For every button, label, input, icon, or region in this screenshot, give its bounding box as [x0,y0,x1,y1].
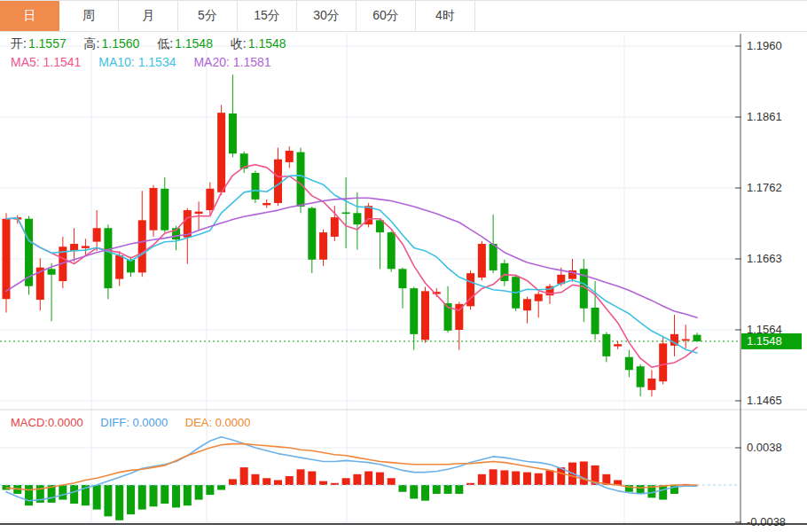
tab-30min[interactable]: 30分 [297,1,356,31]
macd-bar [500,470,508,485]
tab-month[interactable]: 月 [119,1,178,31]
price-tick-label: 1.1960 [747,39,782,52]
tab-60min[interactable]: 60分 [356,1,416,31]
macd-bar [195,485,203,500]
macd-tick-label: 0.0038 [747,441,782,454]
candle-body [421,291,429,340]
macd-bar [512,472,520,485]
candle-body [614,344,622,346]
macd-bar [308,472,316,485]
macd-histogram-layer [3,461,690,520]
macd-bar [364,472,372,485]
interval-tabbar: 日 周 月 5分 15分 30分 60分 4时 [0,0,807,32]
macd-bar [444,485,452,494]
candle-body [286,151,294,162]
candle-body [682,340,690,341]
macd-bar [161,485,168,504]
macd-bar [127,485,135,514]
macd-bar [115,485,123,520]
candle-body [93,228,101,241]
candle-body [3,219,11,300]
candle-body [251,173,259,200]
candle-body [490,244,498,270]
candle-body [388,232,396,269]
candlestick-chart-canvas[interactable]: 1.19601.18611.17621.16631.15641.14650.00… [0,32,807,532]
macd-bar [172,485,180,507]
macd-bar [410,485,418,498]
price-tick-label: 1.1663 [747,252,782,265]
candle-body [592,308,599,334]
current-price-badge-label: 1.1548 [747,334,782,348]
macd-bar [206,485,214,495]
candle-body [82,246,90,247]
macd-tick-label: -0.0038 [747,515,786,528]
macd-bar [478,474,486,485]
macd-bar [93,485,101,510]
macd-bar [455,485,463,494]
candle-body [625,357,633,371]
candle-body [274,160,282,203]
tab-week[interactable]: 周 [59,1,119,31]
candles-layer [3,74,701,396]
candle-body [319,232,327,260]
macd-bar [388,478,396,485]
macd-bar [319,481,327,485]
candle-body [693,335,701,341]
candle-body [297,153,305,207]
macd-bar [353,474,361,485]
macd-bar [659,485,667,500]
candle-body [195,212,203,214]
macd-bar [150,485,158,506]
macd-bar [59,485,67,500]
candle-body [342,212,350,214]
macd-bar [217,485,225,490]
candle-body [535,294,543,301]
macd-bar [637,485,645,494]
candle-body [308,208,316,260]
candle-body [478,244,486,278]
candle-body [206,189,214,210]
chart-stage: 1.19601.18611.17621.16631.15641.14650.00… [0,32,807,532]
candle-body [353,213,361,224]
macd-bar [184,485,192,505]
macd-bar [70,485,78,504]
macd-bar [490,469,498,485]
candle-body [229,113,237,153]
candle-body [331,217,339,237]
macd-bar [523,473,531,485]
candle-body [602,334,610,356]
macd-bar [433,485,441,494]
candle-body [410,288,418,334]
macd-bar [535,473,543,485]
price-tick-label: 1.1762 [747,181,782,194]
candle-body [161,189,168,231]
macd-bar [421,485,429,501]
macd-bar [286,476,294,485]
macd-bar [104,485,112,516]
macd-bar [25,485,33,505]
candle-body [398,269,406,288]
candle-body [48,269,56,274]
macd-bar [376,473,384,485]
candle-body [217,113,225,192]
macd-bar [297,469,305,485]
macd-bar [398,485,406,492]
candle-body [104,228,112,288]
price-tick-label: 1.1465 [747,394,782,407]
macd-bar [251,474,259,485]
tab-15min[interactable]: 15分 [238,1,297,31]
tab-5min[interactable]: 5分 [178,1,238,31]
macd-bar [274,480,282,485]
macd-bar [342,478,350,485]
macd-bar [138,485,146,510]
macd-bar [229,479,237,485]
candle-body [647,379,655,390]
kline-app: 日 周 月 5分 15分 30分 60分 4时 1.19601.18611.17… [0,0,807,532]
tab-4hour[interactable]: 4时 [416,1,475,31]
price-tick-label: 1.1861 [747,110,782,123]
candle-body [138,220,146,272]
candle-body [115,255,123,279]
macd-bar [240,467,248,485]
candle-body [262,203,270,205]
tab-day[interactable]: 日 [0,1,59,31]
